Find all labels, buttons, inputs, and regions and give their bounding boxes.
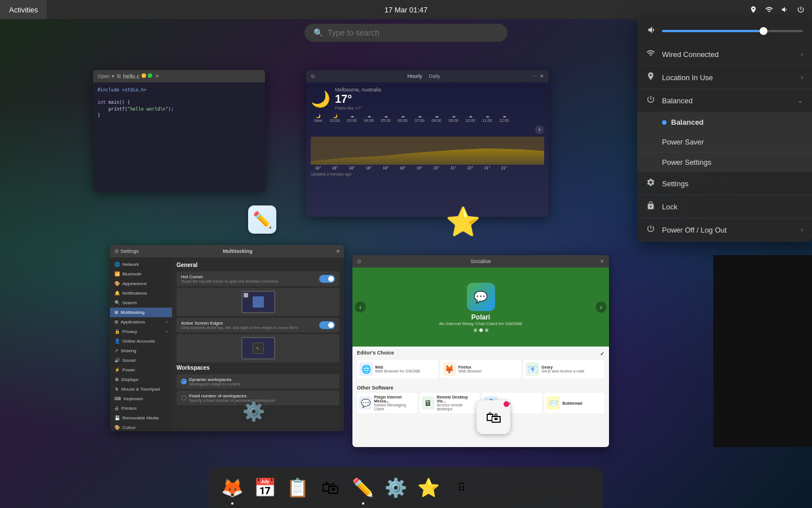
sidebar-item-mouse[interactable]: 🖱Mouse & Touchpad <box>110 384 172 394</box>
store-app-web[interactable]: 🌐 Web Web Browser for GNOME <box>357 360 438 378</box>
location-icon[interactable] <box>747 3 760 16</box>
store-next-button[interactable]: › <box>595 301 607 313</box>
sidebar-item-search[interactable]: 🔍Search <box>110 298 172 308</box>
weather-window[interactable]: ⊙ Hourly Daily ⋯ ✕ 🌙 Melbourne, Australi… <box>306 70 549 217</box>
weather-dock-icon: ⭐ <box>417 477 440 498</box>
dock-item-app-grid[interactable]: ⠿ <box>447 473 476 502</box>
store-app-remote-desktop[interactable]: 🖥 Remote Desktop Vie... Access remote de… <box>420 393 480 413</box>
power-settings-label: Power Settings <box>662 158 711 167</box>
volume-slider-thumb[interactable] <box>760 27 767 35</box>
geary-icon: 📧 <box>526 362 539 376</box>
power-mode-item[interactable]: Balanced ⌄ <box>637 89 812 112</box>
taskbar: 🦊 📅 📋 🛍 ✏️ ⚙️ ⭐ ⠿ <box>209 467 603 508</box>
power-mode-label: Balanced <box>662 97 692 105</box>
settings-window[interactable]: ⊙ Settings Multitasking ≡ 🌐Network 📶Blue… <box>110 245 344 431</box>
topbar: Activities 17 Mar 01:47 <box>0 0 812 19</box>
sidebar-item-displays[interactable]: 🖥Displays <box>110 375 172 384</box>
power-off-chevron-icon: › <box>801 226 803 234</box>
dock-item-firefox[interactable]: 🦊 <box>218 473 247 502</box>
hot-corner-label: Hot Corner <box>181 274 279 279</box>
dock-item-software[interactable]: 🛍 <box>316 473 345 502</box>
location-item[interactable]: Location In Use › <box>637 66 812 89</box>
power-mode-balanced[interactable]: Balanced <box>637 112 812 132</box>
system-popup: Wired Connected › Location In Use › Bala… <box>637 19 812 242</box>
nav-dot-3[interactable] <box>485 329 488 332</box>
lock-item[interactable]: Lock <box>637 195 812 218</box>
active-edges-toggle[interactable] <box>319 321 335 329</box>
hot-corner-toggle[interactable] <box>319 275 335 283</box>
writer-icon[interactable]: ✏️ <box>248 205 276 234</box>
weather-location: Melbourne, Australia <box>335 87 381 93</box>
dock-item-writer[interactable]: ✏️ <box>348 473 378 502</box>
featured-app-name: Polari <box>471 313 490 321</box>
sidebar-item-bluetooth[interactable]: 📶Bluetooth <box>110 269 172 279</box>
store-app-bubllemail[interactable]: 📨 Bubllemail <box>544 393 604 413</box>
sidebar-item-sound[interactable]: 🔊Sound <box>110 356 172 365</box>
sidebar-item-keyboard[interactable]: ⌨Keyboard <box>110 394 172 404</box>
minimize-dot <box>142 73 146 78</box>
volume-icon[interactable] <box>778 3 792 16</box>
dock-item-weather[interactable]: ⭐ <box>414 473 443 502</box>
nav-dot-2[interactable] <box>479 329 483 332</box>
featured-app-desc: An Internet Relay Chat Client for GNOME <box>439 321 523 326</box>
sidebar-item-multitasking[interactable]: ⊞Multitasking <box>110 308 172 317</box>
sidebar-item-removable[interactable]: 💾Removable Media <box>110 413 172 423</box>
search-input[interactable] <box>328 28 498 37</box>
writer-dock-icon: ✏️ <box>352 477 374 498</box>
sidebar-item-colour[interactable]: 🎨Colour <box>110 423 172 431</box>
sidebar-item-applications[interactable]: ⊞Applications› <box>110 317 172 327</box>
other-software-label: Other Software <box>357 385 604 391</box>
weather-star-icon: ⭐ <box>445 205 480 238</box>
store-app-geary[interactable]: 📧 Geary Send and receive e-mail <box>523 360 604 378</box>
code-editor-window[interactable]: Open ▾ ⊞ hello.c ✕ #include <stdio.h> in… <box>93 70 265 191</box>
maximize-dot <box>148 73 152 78</box>
dock-item-calendar[interactable]: 📅 <box>250 473 280 502</box>
settings-dynamic-ws[interactable]: Dynamic workspaces Workspaces adapt to c… <box>176 374 339 389</box>
power-icon[interactable] <box>794 3 807 16</box>
power-off-item[interactable]: Power Off / Log Out › <box>637 218 812 242</box>
location-label: Location In Use <box>662 73 713 82</box>
settings-active-edges[interactable]: Active Screen Edges Only windows at the … <box>176 318 339 332</box>
code-editor-titlebar: Open ▾ ⊞ hello.c ✕ <box>93 70 265 82</box>
dark-side-panel <box>713 255 812 447</box>
settings-section-workspaces: Workspaces <box>176 365 339 371</box>
store-app-pidgin[interactable]: 💬 Pidgin Internet Messa... Instant Messa… <box>357 393 417 413</box>
volume-row[interactable] <box>637 19 812 43</box>
balanced-selected-dot <box>662 120 667 125</box>
sidebar-item-privacy[interactable]: 🔒Privacy› <box>110 327 172 336</box>
power-mode-saver[interactable]: Power Saver <box>637 132 812 152</box>
sidebar-item-power[interactable]: ⚡Power <box>110 365 172 375</box>
sidebar-item-sharing[interactable]: ↗Sharing <box>110 346 172 356</box>
balanced-label: Balanced <box>671 118 704 126</box>
settings-hot-corner[interactable]: Hot Corner Touch the top-left corner to … <box>176 271 339 286</box>
network-icon[interactable] <box>762 3 776 16</box>
sidebar-item-appearance[interactable]: 🎨Appearance <box>110 279 172 288</box>
calendar-dock-icon: 📅 <box>254 477 276 498</box>
sidebar-item-network[interactable]: 🌐Network <box>110 260 172 269</box>
location-chevron-icon: › <box>801 73 803 81</box>
store-prev-button[interactable]: ‹ <box>355 301 366 313</box>
sidebar-item-printers[interactable]: 🖨Printers <box>110 404 172 413</box>
search-bar[interactable]: 🔍 <box>304 24 508 42</box>
sidebar-item-notifications[interactable]: 🔔Notifications <box>110 288 172 298</box>
settings-body: 🌐Network 📶Bluetooth 🎨Appearance 🔔Notific… <box>110 257 344 431</box>
system-icons <box>747 3 812 16</box>
wired-connected-item[interactable]: Wired Connected › <box>637 43 812 66</box>
code-content: #include <stdio.h> int main() { printf("… <box>93 82 265 191</box>
dock-item-text-editor[interactable]: 📋 <box>283 473 312 502</box>
weather-content: 🌙 Melbourne, Australia 17° Feels like 17… <box>306 82 549 217</box>
power-settings-link[interactable]: Power Settings <box>637 152 812 172</box>
activities-button[interactable]: Activities <box>0 0 47 19</box>
dock-item-settings[interactable]: ⚙️ <box>381 473 411 502</box>
power-mode-submenu: Balanced Power Saver Power Settings <box>637 112 812 172</box>
store-app-firefox[interactable]: 🦊 Firefox Web Browser <box>440 360 522 378</box>
settings-item[interactable]: Settings <box>637 172 812 195</box>
weather-hourly: 🌙Now 🌙02:00 ☁03:00 ☁04:00 ☁05:00 ☁06:00 … <box>311 114 544 122</box>
volume-slider-track[interactable] <box>662 30 803 32</box>
nav-dot-1[interactable] <box>474 329 477 332</box>
weather-titlebar: ⊙ Hourly Daily ⋯ ✕ <box>306 70 549 82</box>
sidebar-item-online-accounts[interactable]: 👤Online Accounts <box>110 336 172 346</box>
weather-temps: 18°18°18° 18°18°18° 19°20°21° 22°21°21° <box>311 166 544 170</box>
settings-popup-icon <box>646 178 655 189</box>
location-popup-icon <box>646 72 655 83</box>
